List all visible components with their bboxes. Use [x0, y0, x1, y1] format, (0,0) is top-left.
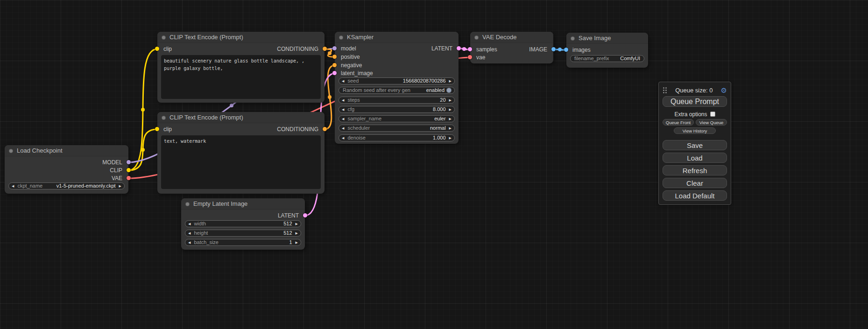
prompt-textarea[interactable]: text, watermark — [161, 135, 321, 189]
node-load-checkpoint[interactable]: Load Checkpoint MODEL CLIP VAE ◀ ckpt_na… — [5, 145, 128, 194]
input-label-latent-image: latent_image — [341, 70, 373, 77]
widget-seed[interactable]: ◀ seed 156680208700286 ▶ — [339, 77, 455, 84]
output-port-latent[interactable] — [457, 46, 461, 50]
left-arrow-icon[interactable]: ◀ — [342, 135, 344, 141]
right-arrow-icon[interactable]: ▶ — [449, 125, 452, 131]
widget-batch-size[interactable]: ◀ batch_size 1 ▶ — [185, 239, 301, 246]
output-label-conditioning: CONDITIONING — [277, 45, 318, 53]
node-clip-text-encode-negative[interactable]: CLIP Text Encode (Prompt) clip CONDITION… — [157, 112, 325, 194]
extra-options-checkbox[interactable] — [710, 112, 715, 117]
collapse-dot-icon[interactable] — [162, 116, 166, 120]
widget-sampler-name[interactable]: ◀ sampler_name euler ▶ — [339, 115, 455, 122]
widget-steps[interactable]: ◀ steps 20 ▶ — [339, 97, 455, 104]
input-port-clip[interactable] — [155, 47, 159, 51]
output-port-image[interactable] — [551, 47, 556, 51]
left-arrow-icon[interactable]: ◀ — [342, 97, 344, 103]
widget-value: 1.000 — [433, 135, 446, 141]
node-title: VAE Decode — [482, 34, 516, 41]
view-queue-button[interactable]: View Queue — [696, 119, 727, 126]
output-port-conditioning[interactable] — [323, 47, 327, 51]
widget-label: ckpt_name — [17, 183, 42, 189]
input-port-images[interactable] — [564, 48, 568, 52]
input-port-model[interactable] — [332, 46, 337, 50]
widget-height[interactable]: ◀ height 512 ▶ — [185, 230, 301, 237]
left-arrow-icon[interactable]: ◀ — [188, 239, 191, 245]
right-arrow-icon[interactable]: ▶ — [296, 239, 298, 245]
collapse-dot-icon[interactable] — [162, 35, 166, 40]
widget-width[interactable]: ◀ width 512 ▶ — [185, 220, 301, 227]
left-arrow-icon[interactable]: ◀ — [188, 230, 191, 236]
load-default-button[interactable]: Load Default — [663, 190, 727, 201]
collapse-dot-icon[interactable] — [474, 35, 479, 40]
output-label-vae: VAE — [112, 175, 122, 182]
widget-label: width — [194, 221, 206, 227]
right-arrow-icon[interactable]: ▶ — [449, 135, 452, 141]
collapse-dot-icon[interactable] — [571, 36, 575, 41]
queue-prompt-button[interactable]: Queue Prompt — [663, 96, 727, 107]
right-arrow-icon[interactable]: ▶ — [119, 183, 121, 189]
widget-value: 512 — [283, 230, 292, 236]
toggle-knob-icon[interactable] — [446, 88, 452, 93]
right-arrow-icon[interactable]: ▶ — [449, 116, 452, 122]
output-port-latent[interactable] — [303, 213, 307, 217]
input-port-negative[interactable] — [332, 63, 337, 67]
refresh-button[interactable]: Refresh — [663, 165, 727, 175]
widget-ckpt-name[interactable]: ◀ ckpt_name v1-5-pruned-emaonly.ckpt ▶ — [8, 182, 125, 189]
node-title: Save Image — [579, 35, 611, 42]
node-title: Empty Latent Image — [193, 200, 247, 207]
link-midpoint-dot — [558, 48, 562, 51]
node-vae-decode[interactable]: VAE Decode samples IMAGE vae — [470, 32, 553, 63]
save-button[interactable]: Save — [663, 140, 727, 150]
widget-filename-prefix[interactable]: filename_prefix ComfyUI — [570, 55, 644, 62]
collapse-dot-icon[interactable] — [339, 35, 343, 40]
load-button[interactable]: Load — [663, 153, 727, 163]
output-port-vae[interactable] — [127, 176, 131, 180]
node-ksampler[interactable]: KSampler model positive negative latent_… — [335, 32, 459, 144]
left-arrow-icon[interactable]: ◀ — [342, 78, 344, 84]
widget-label: denoise — [347, 135, 366, 141]
link-midpoint-dot — [141, 108, 145, 112]
left-arrow-icon[interactable]: ◀ — [342, 106, 344, 112]
input-port-vae[interactable] — [468, 55, 472, 59]
left-arrow-icon[interactable]: ◀ — [342, 116, 344, 122]
input-port-positive[interactable] — [332, 55, 337, 59]
left-arrow-icon[interactable]: ◀ — [188, 221, 191, 227]
clear-button[interactable]: Clear — [663, 178, 727, 188]
input-label-model: model — [341, 45, 356, 52]
widget-value: 8.000 — [433, 106, 446, 112]
gear-icon[interactable]: ⚙ — [721, 87, 727, 94]
right-arrow-icon[interactable]: ▶ — [449, 106, 452, 112]
input-port-clip[interactable] — [155, 127, 159, 131]
output-port-model[interactable] — [127, 160, 131, 164]
widget-random-seed-toggle[interactable]: Random seed after every gen enabled — [339, 87, 455, 94]
right-arrow-icon[interactable]: ▶ — [296, 221, 298, 227]
widget-scheduler[interactable]: ◀ scheduler normal ▶ — [339, 125, 455, 132]
widget-value: v1-5-pruned-emaonly.ckpt — [56, 183, 116, 189]
node-clip-text-encode-positive[interactable]: CLIP Text Encode (Prompt) clip CONDITION… — [157, 32, 325, 103]
collapse-dot-icon[interactable] — [185, 202, 190, 206]
widget-cfg[interactable]: ◀ cfg 8.000 ▶ — [339, 106, 455, 113]
left-arrow-icon[interactable]: ◀ — [342, 125, 344, 131]
input-port-latent-image[interactable] — [332, 71, 337, 75]
prompt-textarea[interactable]: beautiful scenery nature glass bottle la… — [161, 55, 321, 99]
input-port-samples[interactable] — [468, 47, 472, 51]
widget-value: enabled — [426, 87, 445, 93]
right-arrow-icon[interactable]: ▶ — [449, 78, 452, 84]
view-history-button[interactable]: View History — [674, 127, 716, 134]
queue-front-button[interactable]: Queue Front — [663, 119, 694, 126]
output-port-clip[interactable] — [127, 168, 131, 172]
widget-value: ComfyUI — [620, 56, 640, 62]
widget-label: sampler_name — [347, 116, 381, 122]
right-arrow-icon[interactable]: ▶ — [449, 97, 452, 103]
input-label-samples: samples — [476, 46, 497, 53]
node-save-image[interactable]: Save Image images filename_prefix ComfyU… — [566, 33, 648, 68]
drag-handle-icon[interactable] — [663, 87, 667, 94]
output-port-conditioning[interactable] — [323, 127, 327, 131]
right-arrow-icon[interactable]: ▶ — [296, 230, 298, 236]
link-midpoint-dot — [230, 104, 233, 107]
collapse-dot-icon[interactable] — [9, 149, 13, 153]
widget-denoise[interactable]: ◀ denoise 1.000 ▶ — [339, 134, 455, 141]
left-arrow-icon[interactable]: ◀ — [12, 183, 14, 189]
widget-value: 1 — [289, 239, 292, 245]
node-empty-latent-image[interactable]: Empty Latent Image LATENT ◀ width 512 ▶ … — [181, 198, 305, 250]
